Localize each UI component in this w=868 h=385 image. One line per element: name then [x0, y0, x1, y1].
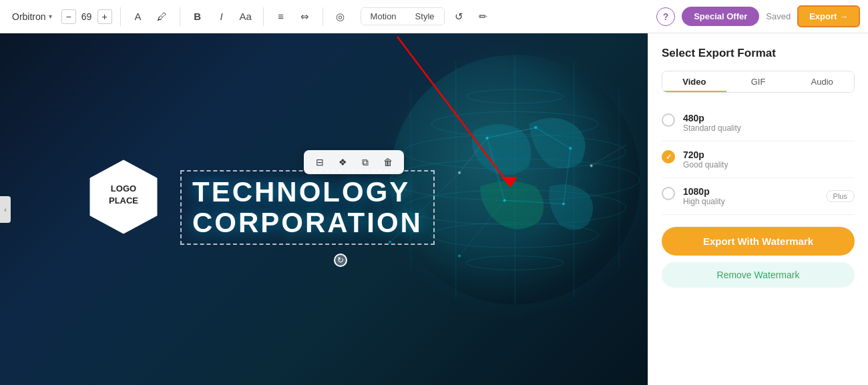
export-button[interactable]: Export →: [797, 5, 860, 27]
font-color-icon[interactable]: A: [129, 7, 148, 26]
quality-name-1080p: 1080p: [683, 186, 725, 197]
toolbar-left: Orbitron ▾ − 69 + A 🖊 B I Aa ≡ ⇔ ◎ Motio…: [8, 7, 656, 26]
motion-style-group: Motion Style: [361, 7, 445, 25]
export-panel-title: Select Export Format: [662, 47, 855, 60]
text-line-2: CORPORATION: [192, 208, 423, 238]
radio-480p[interactable]: [662, 113, 675, 127]
help-button[interactable]: ?: [656, 7, 675, 26]
tab-video[interactable]: Video: [662, 71, 726, 92]
radio-1080p[interactable]: [662, 187, 675, 200]
logo-placeholder: LOGO PLACE: [87, 157, 160, 240]
highlight-icon[interactable]: 🖊: [153, 7, 172, 26]
main-area: ‹: [0, 33, 868, 385]
svg-text:LOGO: LOGO: [111, 183, 136, 194]
toolbar-right: ? Special Offer Saved Export →: [656, 5, 860, 27]
divider: [120, 7, 121, 26]
italic-icon[interactable]: I: [212, 7, 231, 26]
quality-name-720p: 720p: [683, 149, 728, 160]
canvas-area[interactable]: ⊟ ❖ ⧉ 🗑 LOGO PLACE TECHNOLOGY CORPORATIO…: [0, 33, 648, 385]
chevron-down-icon: ▾: [49, 13, 52, 20]
quality-option-720p[interactable]: 720p Good quality: [662, 141, 855, 178]
font-selector[interactable]: Orbitron ▾: [8, 9, 56, 25]
export-watermark-button[interactable]: Export With Watermark: [662, 227, 855, 256]
pencil-icon[interactable]: ✏: [474, 7, 493, 26]
quality-option-480p[interactable]: 480p Standard quality: [662, 105, 855, 141]
canvas-align-icon[interactable]: ⊟: [312, 154, 328, 170]
style-button[interactable]: Style: [406, 8, 444, 25]
divider: [180, 7, 180, 26]
svg-point-20: [590, 164, 593, 167]
quality-name-480p: 480p: [683, 113, 741, 123]
divider: [322, 7, 323, 26]
bold-icon[interactable]: B: [188, 7, 207, 26]
main-text-block: TECHNOLOGY CORPORATION: [180, 170, 435, 245]
font-name: Orbitron: [12, 11, 46, 22]
saved-label: Saved: [766, 11, 791, 21]
align-right-icon[interactable]: ⇔: [296, 7, 314, 26]
font-size-control: − 69 +: [61, 9, 112, 24]
rotate-handle[interactable]: ↻: [334, 254, 347, 267]
text-line-1: TECHNOLOGY: [192, 177, 423, 208]
canvas-layers-icon[interactable]: ❖: [335, 154, 351, 170]
decrease-size-button[interactable]: −: [61, 9, 76, 24]
remove-watermark-button[interactable]: Remove Watermark: [662, 262, 855, 288]
quality-desc-1080p: High quality: [683, 197, 725, 206]
left-panel-toggle[interactable]: ‹: [0, 196, 11, 223]
quality-desc-720p: Good quality: [683, 160, 728, 169]
tab-gif[interactable]: GIF: [726, 71, 791, 92]
aa-icon[interactable]: Aa: [236, 7, 255, 26]
replay-icon[interactable]: ↺: [450, 7, 469, 26]
tab-audio[interactable]: Audio: [790, 71, 854, 92]
svg-point-32: [458, 255, 461, 258]
canvas-copy-icon[interactable]: ⧉: [357, 154, 373, 170]
export-panel: Select Export Format Video GIF Audio 480…: [648, 33, 868, 385]
plus-badge: Plus: [826, 190, 855, 202]
format-tabs: Video GIF Audio: [662, 71, 855, 93]
svg-text:PLACE: PLACE: [109, 196, 138, 206]
increase-size-button[interactable]: +: [97, 9, 112, 24]
canvas-floating-toolbar: ⊟ ❖ ⧉ 🗑: [304, 150, 404, 174]
quality-desc-480p: Standard quality: [683, 123, 741, 133]
quality-option-1080p[interactable]: 1080p High quality Plus: [662, 178, 855, 215]
canvas-delete-icon[interactable]: 🗑: [380, 154, 396, 170]
effects-icon[interactable]: ◎: [331, 7, 350, 26]
align-left-icon[interactable]: ≡: [272, 7, 290, 26]
main-toolbar: Orbitron ▾ − 69 + A 🖊 B I Aa ≡ ⇔ ◎ Motio…: [0, 0, 868, 33]
canvas-background: ⊟ ❖ ⧉ 🗑 LOGO PLACE TECHNOLOGY CORPORATIO…: [0, 33, 648, 385]
special-offer-button[interactable]: Special Offer: [682, 7, 759, 26]
motion-button[interactable]: Motion: [361, 8, 406, 25]
radio-720p[interactable]: [662, 150, 675, 163]
divider: [263, 7, 264, 26]
font-size-value: 69: [79, 11, 95, 22]
